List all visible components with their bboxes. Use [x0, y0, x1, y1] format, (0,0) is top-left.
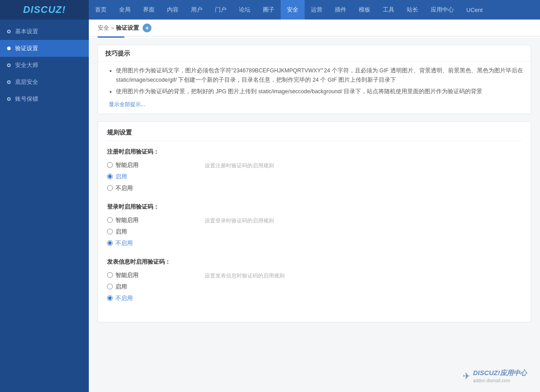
form-group-label-2: 发表信息时启用验证码： [107, 258, 522, 266]
tips-title: 技巧提示 [98, 45, 531, 62]
radio-label-0-1: 启用 [115, 173, 127, 181]
radio-item-0-1[interactable]: 启用 [107, 173, 187, 181]
watermark-icon: ✈ [463, 371, 470, 381]
form-group-label-1: 登录时启用验证码： [107, 203, 522, 211]
radio-input-1-2[interactable] [107, 240, 113, 246]
radio-item-2-1[interactable]: 启用 [107, 283, 187, 291]
radio-label-2-1: 启用 [115, 283, 127, 291]
radio-label-1-1: 启用 [115, 228, 127, 236]
radio-input-0-2[interactable] [107, 185, 113, 191]
radio-input-1-1[interactable] [107, 229, 113, 234]
nav-item-首页[interactable]: 首页 [89, 0, 113, 20]
radio-item-1-1[interactable]: 启用 [107, 228, 187, 236]
sidebar-item-label: 安全大师 [15, 61, 38, 69]
radio-label-1-2: 不启用 [115, 239, 133, 247]
logo-area: DISCUZ! [0, 0, 89, 20]
nav-item-UCent[interactable]: UCent [460, 0, 489, 20]
radio-group-1: 智能启用启用不启用 [107, 216, 187, 247]
radio-label-1-0: 智能启用 [115, 216, 139, 224]
nav-item-全局[interactable]: 全局 [113, 0, 137, 20]
sidebar-item-label: 底层安全 [15, 78, 38, 86]
sidebar-item-账号保镖[interactable]: 账号保镖 [0, 91, 89, 107]
tips-section: 技巧提示 使用图片作为验证码文字，图片必须包含字符"2346789BCEFGHJ… [98, 45, 531, 114]
radio-item-2-0[interactable]: 智能启用 [107, 271, 187, 279]
breadcrumb-add-button[interactable]: + [143, 24, 151, 32]
nav-item-模板[interactable]: 模板 [353, 0, 377, 20]
sidebar-item-基本设置[interactable]: 基本设置 [0, 23, 89, 40]
tip-item: 使用图片作为验证码的背景，把制好的 JPG 图片上传到 static/image… [116, 87, 524, 96]
nav-item-工具[interactable]: 工具 [377, 0, 401, 20]
sidebar-item-底层安全[interactable]: 底层安全 [0, 74, 89, 91]
radio-label-2-2: 不启用 [115, 294, 133, 302]
radio-item-0-0[interactable]: 智能启用 [107, 161, 187, 169]
sidebar-item-label: 基本设置 [15, 28, 38, 36]
nav-item-门户[interactable]: 门户 [209, 0, 233, 20]
nav-item-内容[interactable]: 内容 [161, 0, 185, 20]
rules-section: 规则设置 注册时启用验证码：智能启用启用不启用设置注册时验证码的启用规则登录时启… [98, 121, 531, 322]
radio-input-1-0[interactable] [107, 217, 113, 223]
rules-title: 规则设置 [107, 129, 522, 141]
breadcrumb: 安全 » 验证设置 + [89, 20, 540, 36]
form-group-inner-1: 智能启用启用不启用设置登录时验证码的启用规则 [107, 216, 522, 247]
form-group-0: 注册时启用验证码：智能启用启用不启用设置注册时验证码的启用规则 [107, 148, 522, 192]
radio-input-2-0[interactable] [107, 272, 113, 278]
form-hint-1: 设置登录时验证码的启用规则 [205, 217, 274, 225]
form-group-1: 登录时启用验证码：智能启用启用不启用设置登录时验证码的启用规则 [107, 203, 522, 247]
logo: DISCUZ! [23, 4, 66, 16]
form-group-2: 发表信息时启用验证码：智能启用启用不启用设置发表信息时验证码的启用规则 [107, 258, 522, 302]
sidebar-dot [7, 80, 11, 84]
radio-input-0-1[interactable] [107, 174, 113, 179]
radio-item-0-2[interactable]: 不启用 [107, 184, 187, 192]
tips-body: 使用图片作为验证码文字，图片必须包含字符"2346789BCEFGHJKMPQR… [98, 62, 531, 114]
nav-item-插件[interactable]: 插件 [329, 0, 353, 20]
sidebar-item-label: 验证设置 [15, 44, 38, 52]
radio-label-0-2: 不启用 [115, 184, 133, 192]
nav-item-应用中心[interactable]: 应用中心 [425, 0, 460, 20]
radio-group-2: 智能启用启用不启用 [107, 271, 187, 302]
radio-input-2-2[interactable] [107, 295, 113, 301]
sidebar: 基本设置验证设置安全大师底层安全账号保镖 [0, 20, 89, 392]
radio-item-2-2[interactable]: 不启用 [107, 294, 187, 302]
top-nav: DISCUZ! 首页全局界面内容用户门户论坛圈子安全运营插件模板工具站长应用中心… [0, 0, 540, 20]
form-group-inner-0: 智能启用启用不启用设置注册时验证码的启用规则 [107, 161, 522, 192]
radio-item-1-0[interactable]: 智能启用 [107, 216, 187, 224]
radio-input-0-0[interactable] [107, 162, 113, 168]
watermark-logo: DISCUZ!应用中心 [473, 369, 527, 376]
nav-items: 首页全局界面内容用户门户论坛圈子安全运营插件模板工具站长应用中心UCent [89, 0, 540, 20]
nav-item-站长[interactable]: 站长 [401, 0, 425, 20]
breadcrumb-current: 验证设置 [116, 24, 139, 32]
sidebar-dot [7, 47, 11, 50]
radio-label-0-0: 智能启用 [115, 161, 139, 169]
watermark: ✈ DISCUZ!应用中心 addon.dismall.com [463, 369, 527, 383]
sidebar-dot [7, 63, 11, 67]
sidebar-item-label: 账号保镖 [15, 95, 38, 103]
sidebar-dot [7, 97, 11, 101]
sidebar-item-验证设置[interactable]: 验证设置 [0, 40, 89, 57]
sidebar-item-安全大师[interactable]: 安全大师 [0, 57, 89, 74]
nav-item-运营[interactable]: 运营 [305, 0, 329, 20]
form-group-inner-2: 智能启用启用不启用设置发表信息时验证码的启用规则 [107, 271, 522, 302]
sidebar-dot [7, 30, 11, 33]
breadcrumb-sep: » [111, 24, 114, 31]
tip-item: 使用图片作为验证码文字，图片必须包含字符"2346789BCEFGHJKMPQR… [116, 66, 524, 85]
nav-item-界面[interactable]: 界面 [137, 0, 161, 20]
radio-label-2-0: 智能启用 [115, 271, 139, 279]
main-content: 安全 » 验证设置 + 技巧提示 使用图片作为验证码文字，图片必须包含字符"23… [89, 20, 540, 392]
nav-item-用户[interactable]: 用户 [185, 0, 209, 20]
nav-item-安全[interactable]: 安全 [281, 0, 305, 20]
radio-group-0: 智能启用启用不启用 [107, 161, 187, 192]
breadcrumb-parent: 安全 [98, 24, 109, 32]
nav-item-论坛[interactable]: 论坛 [233, 0, 257, 20]
form-hint-2: 设置发表信息时验证码的启用规则 [205, 272, 285, 280]
watermark-sub: addon.dismall.com [473, 378, 527, 383]
nav-item-圈子[interactable]: 圈子 [257, 0, 281, 20]
radio-input-2-1[interactable] [107, 284, 113, 289]
tips-more-link[interactable]: 显示全部提示... [109, 101, 145, 108]
radio-item-1-2[interactable]: 不启用 [107, 239, 187, 247]
form-group-label-0: 注册时启用验证码： [107, 148, 522, 156]
form-hint-0: 设置注册时验证码的启用规则 [205, 162, 274, 170]
